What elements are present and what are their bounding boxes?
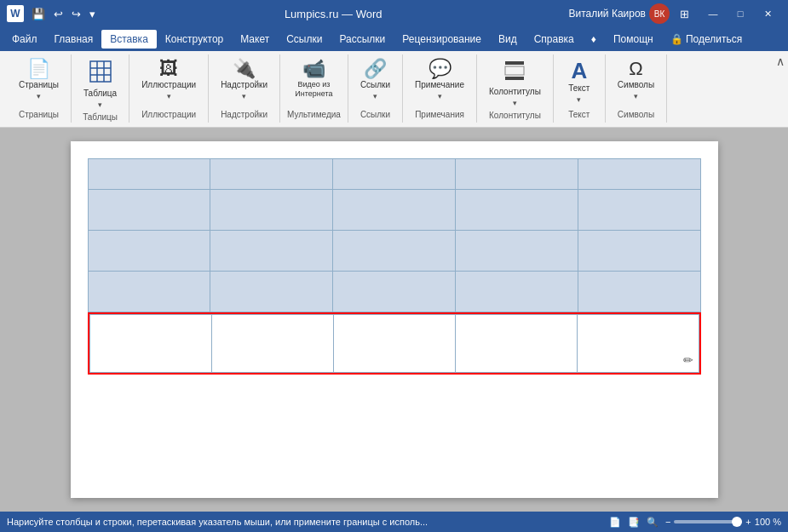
table-cell[interactable] xyxy=(88,159,210,190)
menu-home[interactable]: Главная xyxy=(46,30,102,49)
pages-dropdown[interactable]: ▾ xyxy=(37,92,41,100)
menu-assistant[interactable]: Помощн xyxy=(605,30,662,49)
links-label: Ссылки xyxy=(360,80,390,90)
table-cell[interactable] xyxy=(578,190,700,231)
menu-file[interactable]: Файл xyxy=(3,30,46,49)
illustrations-dropdown[interactable]: ▾ xyxy=(167,92,171,100)
ribbon-btn-links[interactable]: 🔗 Ссылки ▾ xyxy=(355,56,395,104)
headerfooter-dropdown[interactable]: ▾ xyxy=(513,99,517,107)
user-avatar: ВК xyxy=(649,3,670,24)
table-cell[interactable] xyxy=(455,231,578,272)
status-right: 📄 📑 🔍 − + 100 % xyxy=(609,517,781,528)
table-cell[interactable] xyxy=(88,190,210,231)
table-cell[interactable] xyxy=(333,190,456,231)
ribbon-btn-table[interactable]: Таблица ▾ xyxy=(78,56,122,112)
ribbon-btn-text[interactable]: A Текст ▾ xyxy=(561,56,598,107)
menu-insert[interactable]: Вставка xyxy=(101,30,157,49)
highlighted-row-wrapper: ✏ xyxy=(88,312,701,375)
ribbon-group-tables-items: Таблица ▾ xyxy=(78,56,122,112)
table-cell[interactable] xyxy=(333,272,456,312)
menu-view[interactable]: Вид xyxy=(490,30,526,49)
table-cell[interactable] xyxy=(88,272,210,312)
menu-share[interactable]: 🔒 Поделиться xyxy=(662,30,751,49)
table-cell[interactable] xyxy=(210,159,333,190)
view-icon-2[interactable]: 📑 xyxy=(628,517,640,528)
table-cell[interactable] xyxy=(455,190,578,231)
table-cell[interactable] xyxy=(455,272,578,312)
minimize-button[interactable]: — xyxy=(699,5,727,22)
layout-icon[interactable]: ⊞ xyxy=(675,6,694,22)
view-icon-3[interactable]: 🔍 xyxy=(647,517,659,528)
ribbon-btn-video[interactable]: 📹 Видео изИнтернета xyxy=(290,56,337,102)
ribbon-btn-symbols[interactable]: Ω Символы ▾ xyxy=(613,56,659,104)
addons-label: Надстройки xyxy=(221,80,267,90)
zoom-slider[interactable] xyxy=(674,520,742,523)
last-row-cell[interactable] xyxy=(211,315,333,373)
text-label: Текст xyxy=(568,83,590,94)
symbols-dropdown[interactable]: ▾ xyxy=(634,92,638,100)
table-label: Таблица xyxy=(83,89,117,99)
last-row-cell[interactable] xyxy=(455,315,577,373)
menu-layout[interactable]: Макет xyxy=(232,30,278,49)
svg-rect-6 xyxy=(505,66,524,75)
quick-access-dropdown[interactable]: ▾ xyxy=(87,6,98,22)
menu-help[interactable]: Справка xyxy=(526,30,583,49)
ribbon-collapse-btn[interactable]: ∧ xyxy=(776,54,785,68)
zoom-minus-btn[interactable]: − xyxy=(665,517,670,527)
view-icon-1[interactable]: 📄 xyxy=(609,517,621,528)
last-row-cell[interactable]: ✏ xyxy=(577,315,699,373)
user-section[interactable]: Виталий Каиров ВК xyxy=(568,3,670,24)
menu-diamond[interactable]: ♦ xyxy=(583,30,605,49)
menu-design[interactable]: Конструктор xyxy=(157,30,232,49)
table-cell[interactable] xyxy=(333,231,456,272)
undo-icon[interactable]: ↩ xyxy=(51,6,66,22)
svg-rect-7 xyxy=(505,77,524,80)
last-row-cell[interactable] xyxy=(89,315,211,373)
comment-dropdown[interactable]: ▾ xyxy=(438,92,442,100)
menu-references[interactable]: Ссылки xyxy=(278,30,331,49)
title-bar-right: Виталий Каиров ВК ⊞ — □ ✕ xyxy=(568,3,781,24)
table-dropdown[interactable]: ▾ xyxy=(98,100,102,109)
pages-group-label: Страницы xyxy=(19,110,59,121)
table-row xyxy=(88,231,700,272)
ribbon-btn-headerfooter[interactable]: Колонтитулы ▾ xyxy=(484,56,546,111)
symbols-group-label: Символы xyxy=(618,110,654,121)
table-cell[interactable] xyxy=(578,159,700,190)
illustrations-group-label: Иллюстрации xyxy=(141,110,196,121)
ribbon-btn-pages[interactable]: 📄 Страницы ▾ xyxy=(14,56,64,104)
redo-icon[interactable]: ↪ xyxy=(69,6,83,22)
quick-access-toolbar: 💾 ↩ ↪ ▾ xyxy=(29,6,98,22)
table-cell[interactable] xyxy=(578,231,700,272)
text-dropdown[interactable]: ▾ xyxy=(577,95,581,104)
last-row-cell[interactable] xyxy=(333,315,455,373)
ribbon-btn-comment[interactable]: 💬 Примечание ▾ xyxy=(410,56,469,104)
media-group-label: Мультимедиа xyxy=(287,110,341,121)
window-controls: — □ ✕ xyxy=(699,5,781,22)
comment-label: Примечание xyxy=(415,80,464,90)
table-row xyxy=(88,272,700,312)
table-cell[interactable] xyxy=(333,159,456,190)
menu-bar: Файл Главная Вставка Конструктор Макет С… xyxy=(0,27,788,51)
ribbon-btn-illustrations[interactable]: 🖼 Иллюстрации ▾ xyxy=(136,56,201,104)
close-button[interactable]: ✕ xyxy=(754,5,781,22)
menu-mailings[interactable]: Рассылки xyxy=(331,30,394,49)
pencil-icon: ✏ xyxy=(683,353,693,367)
menu-review[interactable]: Рецензирование xyxy=(394,30,490,49)
table-cell[interactable] xyxy=(210,272,333,312)
table-cell[interactable] xyxy=(210,231,333,272)
table-cell[interactable] xyxy=(578,272,700,312)
links-dropdown[interactable]: ▾ xyxy=(373,92,377,100)
save-icon[interactable]: 💾 xyxy=(29,6,48,22)
zoom-plus-btn[interactable]: + xyxy=(745,517,751,527)
symbols-icon: Ω xyxy=(629,60,642,78)
ribbon-group-illustrations: 🖼 Иллюстрации ▾ Иллюстрации xyxy=(129,54,209,123)
addons-dropdown[interactable]: ▾ xyxy=(242,92,246,100)
table-cell[interactable] xyxy=(210,190,333,231)
ribbon-group-pages: 📄 Страницы ▾ Страницы xyxy=(7,54,72,123)
ribbon-btn-addons[interactable]: 🔌 Надстройки ▾ xyxy=(216,56,273,104)
maximize-button[interactable]: □ xyxy=(727,5,754,22)
table-cell[interactable] xyxy=(455,159,578,190)
word-table[interactable] xyxy=(88,158,701,312)
table-cell[interactable] xyxy=(88,231,210,272)
links-group-label: Ссылки xyxy=(360,110,390,121)
